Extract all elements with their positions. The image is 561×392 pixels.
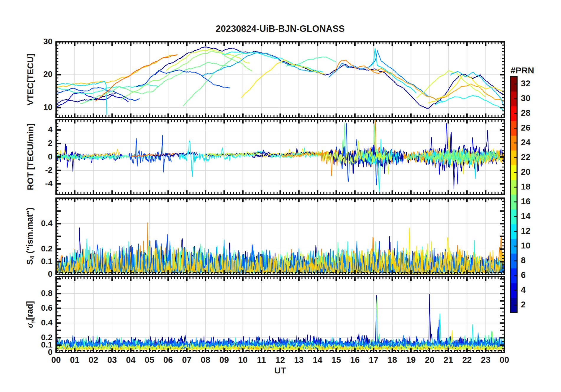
- grid-panel0: [56, 42, 504, 118]
- colorbar: [510, 77, 517, 313]
- y-axis-title-vtec: VTEC[TECU]: [26, 54, 35, 106]
- series-prn13: [435, 95, 504, 111]
- s4-symbol: S: [25, 259, 35, 265]
- figure: 20230824-UiB-BJN-GLONASS VTEC[TECU] ROT …: [0, 0, 561, 392]
- series-prn12: [179, 141, 213, 177]
- x-axis-title: UT: [56, 365, 504, 375]
- plot-canvas: [0, 0, 561, 392]
- series-prn7: [129, 136, 172, 172]
- y-axis-title-rot: ROT [TECU/min]: [26, 123, 35, 190]
- series-prn14: [56, 85, 158, 94]
- series-prn21: [241, 60, 325, 98]
- y-axis-title-s4: S4 ("ism.mat"): [25, 207, 36, 265]
- s4-unit: ("ism.mat"): [25, 207, 35, 256]
- phi-subscript: φ: [29, 320, 35, 324]
- colorbar-title: #PRN: [503, 65, 542, 75]
- y-axis-title-rot-text: ROT [TECU/min]: [26, 123, 35, 190]
- series-prn16: [80, 62, 230, 103]
- series-prn2: [155, 47, 504, 109]
- y-axis-title-vtec-text: VTEC[TECU]: [26, 54, 35, 106]
- s4-subscript: 4: [29, 256, 35, 259]
- sigma-unit: [rad]: [25, 301, 35, 320]
- plot-svg: [0, 0, 561, 392]
- series-prn25: [95, 55, 178, 101]
- sigma-symbol: σ: [25, 323, 35, 328]
- series-prn10: [202, 52, 318, 76]
- chart-title: 20230824-UiB-BJN-GLONASS: [56, 24, 504, 34]
- y-axis-title-sigmaphi: σφ[rad]: [25, 301, 36, 328]
- series-prn9: [329, 50, 442, 101]
